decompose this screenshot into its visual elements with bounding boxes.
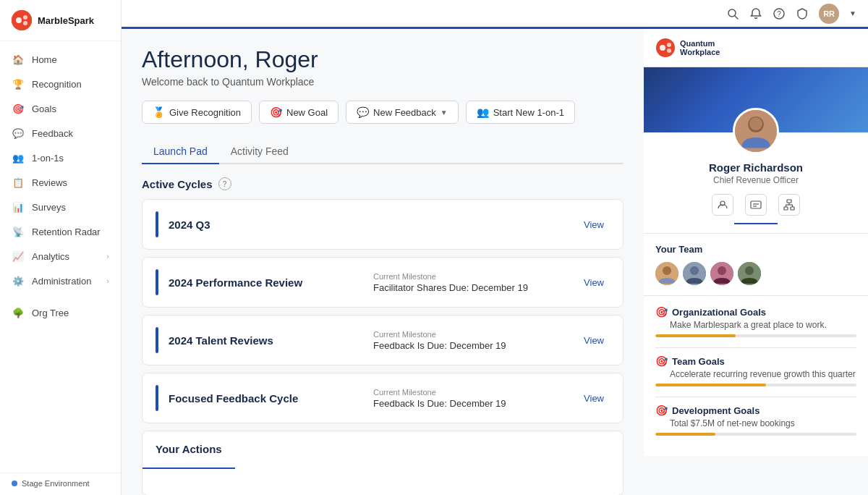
cycle-view-focused[interactable]: View (578, 390, 610, 407)
team-member-2[interactable] (683, 262, 706, 285)
cycle-row-focused: Focused Feedback Cycle Current Milestone… (142, 373, 623, 423)
your-actions-header: Your Actions (142, 431, 235, 469)
shield-icon[interactable] (796, 7, 809, 20)
sidebar-nav: 🏠 Home 🏆 Recognition 🎯 Goals 💬 Feedback … (0, 41, 121, 473)
topbar: ? RR ▼ (122, 0, 868, 29)
sidebar-label-recognition: Recognition (32, 79, 109, 90)
1on1s-icon: 👥 (12, 151, 25, 164)
team-goal-icon: 🎯 (655, 355, 668, 367)
tab-activity[interactable]: Activity Feed (219, 140, 300, 164)
team-goal-type: Team Goals (672, 356, 725, 367)
cycle-accent-perf (156, 269, 158, 295)
qw-brand-name2: Workplace (680, 48, 720, 56)
svg-point-31 (718, 266, 726, 275)
svg-point-10 (667, 43, 671, 47)
profile-view-icon[interactable] (712, 194, 733, 216)
sidebar-item-admin[interactable]: ⚙️ Administration › (0, 268, 121, 293)
goal-item-dev: 🎯 Development Goals Total $7.5M of net-n… (655, 405, 856, 436)
cycle-accent-q3 (156, 211, 158, 237)
cycle-name-perf: 2024 Performance Review (169, 276, 373, 289)
sidebar-item-home[interactable]: 🏠 Home (0, 47, 121, 72)
profile-avatar (733, 108, 779, 154)
milestone-label-focused: Current Milestone (373, 388, 578, 397)
help-icon[interactable]: ? (773, 7, 786, 20)
your-actions-title: Your Actions (156, 443, 222, 455)
action-buttons: 🏅 Give Recognition 🎯 New Goal 💬 New Feed… (142, 101, 624, 124)
sidebar-item-surveys[interactable]: 📊 Surveys (0, 195, 121, 219)
new-feedback-label: New Feedback (373, 107, 436, 118)
admin-icon: ⚙️ (12, 274, 25, 287)
new-goal-button[interactable]: 🎯 New Goal (259, 101, 339, 124)
svg-point-33 (745, 266, 754, 275)
sidebar-item-feedback[interactable]: 💬 Feedback (0, 121, 121, 145)
milestone-value-talent: Feedback Is Due: December 19 (373, 340, 578, 351)
cycle-view-talent[interactable]: View (578, 332, 610, 349)
cycle-view-perf[interactable]: View (578, 274, 610, 291)
give-recognition-button[interactable]: 🏅 Give Recognition (142, 101, 252, 124)
svg-rect-16 (751, 201, 761, 208)
team-section: Your Team (644, 234, 868, 296)
dev-goal-progress (655, 433, 856, 436)
avatar-dropdown-icon[interactable]: ▼ (849, 9, 856, 17)
recognition-icon: 🏆 (12, 77, 25, 90)
svg-text:?: ? (777, 10, 781, 18)
bell-icon[interactable] (749, 7, 762, 20)
svg-point-27 (663, 266, 671, 275)
active-cycles-title: Active Cycles (142, 178, 213, 190)
sidebar-item-goals[interactable]: 🎯 Goals (0, 96, 121, 121)
svg-point-1 (16, 17, 22, 23)
user-avatar[interactable]: RR (819, 4, 839, 24)
feedback-btn-icon: 💬 (357, 106, 369, 118)
team-member-3[interactable] (710, 262, 733, 285)
qw-brand-name: Quantum (680, 39, 720, 48)
qw-logo-area: Quantum Workplace (644, 29, 868, 67)
profile-title: Chief Revenue Officer (655, 175, 856, 185)
team-member-1[interactable] (655, 262, 678, 285)
sidebar-item-analytics[interactable]: 📈 Analytics › (0, 244, 121, 268)
profile-banner (644, 67, 868, 132)
svg-rect-19 (787, 200, 791, 203)
sidebar-item-1on1s[interactable]: 👥 1-on-1s (0, 145, 121, 170)
new-goal-label: New Goal (286, 107, 328, 118)
qw-logo-icon (655, 38, 676, 58)
sidebar-label-analytics: Analytics (32, 251, 99, 262)
new-feedback-button[interactable]: 💬 New Feedback ▼ (346, 101, 459, 124)
cycle-row-talent: 2024 Talent Reviews Current Milestone Fe… (142, 316, 623, 365)
sidebar-label-orgtree: Org Tree (32, 308, 109, 318)
cycle-view-q3[interactable]: View (578, 216, 610, 233)
sidebar-item-orgtree[interactable]: 🌳 Org Tree (0, 300, 121, 325)
sidebar-logo: MarbleSpark (0, 0, 121, 41)
org-goal-progress (655, 334, 856, 337)
cycle-name-talent: 2024 Talent Reviews (169, 334, 373, 347)
divider-2 (655, 397, 856, 397)
cycle-milestone-talent: Current Milestone Feedback Is Due: Decem… (373, 330, 578, 351)
cycle-card-focused: Focused Feedback Cycle Current Milestone… (142, 373, 624, 423)
sidebar-item-reviews[interactable]: 📋 Reviews (0, 170, 121, 195)
sidebar-item-recognition[interactable]: 🏆 Recognition (0, 72, 121, 96)
give-recognition-label: Give Recognition (169, 107, 241, 118)
sidebar-label-home: Home (32, 54, 109, 65)
goal-header-dev: 🎯 Development Goals (655, 405, 856, 416)
sidebar-label-reviews: Reviews (32, 177, 109, 188)
goal-item-team: 🎯 Team Goals Accelerate recurring revenu… (655, 355, 856, 386)
goal-item-org: 🎯 Organizational Goals Make Marblespark … (655, 306, 856, 337)
tab-launchpad[interactable]: Launch Pad (142, 140, 219, 164)
sidebar-item-retention[interactable]: 📡 Retention Radar (0, 219, 121, 244)
profile-org-icon[interactable] (778, 194, 800, 216)
team-member-4[interactable] (738, 262, 761, 285)
goals-icon: 🎯 (12, 102, 25, 115)
dev-goal-icon: 🎯 (655, 405, 668, 416)
search-icon[interactable] (726, 7, 739, 20)
cycle-card-perf: 2024 Performance Review Current Mileston… (142, 257, 624, 308)
content-area: Afternoon, Roger Welcome back to Quantum… (122, 29, 868, 495)
team-goal-text: Accelerate recurring revenue growth this… (655, 369, 856, 379)
stage-badge: Stage Environment (12, 479, 109, 488)
surveys-icon: 📊 (12, 200, 25, 213)
active-cycles-help-icon[interactable]: ? (218, 177, 231, 190)
profile-card-icon[interactable] (745, 194, 767, 216)
svg-rect-21 (791, 207, 794, 210)
profile-actions (655, 194, 856, 216)
start-1on1-button[interactable]: 👥 Start New 1-on-1 (466, 101, 575, 124)
recognition-btn-icon: 🏅 (153, 106, 165, 118)
goal-header-org: 🎯 Organizational Goals (655, 306, 856, 318)
